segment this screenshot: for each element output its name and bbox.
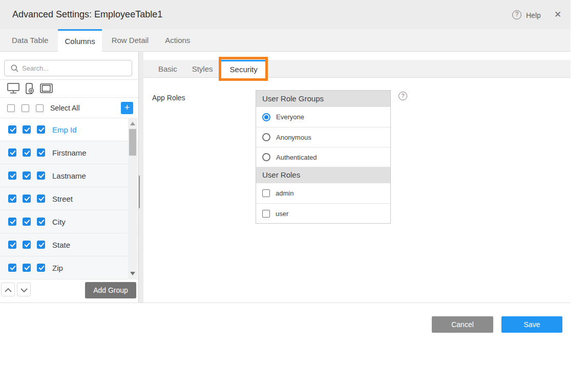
chevron-up-icon [5,285,12,294]
user-role-option-user[interactable]: user [256,203,390,223]
advanced-settings-dialog: Advanced Settings: EmployeeTable1 ? Help… [0,0,588,367]
column-label: Street [52,195,73,203]
scroll-up-arrow-icon[interactable] [130,122,135,125]
column-visibility-checkbox[interactable] [23,195,31,203]
dialog-title: Advanced Settings: EmployeeTable1 [12,0,162,29]
select-all-label: Select All [50,104,80,112]
app-roles-help-icon[interactable]: ? [398,92,407,100]
column-label: Lastname [52,171,86,180]
column-row-street[interactable]: Street [0,187,138,210]
column-row-lastname[interactable]: Lastname [0,164,138,187]
user-role-option-admin[interactable]: admin [256,183,390,203]
footer-divider [0,303,571,303]
column-visibility-checkbox[interactable] [37,264,45,272]
columns-sidebar: Select All + Emp IdFirstnameLastnameStre… [0,52,138,303]
column-label: City [52,218,66,226]
main-tab-bar: Data TableColumnsRow DetailActions [0,29,571,52]
column-visibility-checkbox[interactable] [8,171,16,180]
close-icon[interactable]: ✕ [554,10,561,20]
select-all-checkbox[interactable] [22,104,29,112]
column-visibility-checkbox[interactable] [37,125,45,134]
search-icon [11,64,18,74]
user-role-options: adminuser [256,183,390,223]
column-row-city[interactable]: City [0,210,138,233]
column-visibility-checkbox[interactable] [23,264,31,272]
user-role-checkbox[interactable] [262,210,270,218]
column-visibility-checkbox[interactable] [23,171,31,180]
user-role-option-label: admin [276,189,293,197]
tab-basic[interactable]: Basic [152,60,184,78]
column-row-emp-id[interactable]: Emp Id [0,118,138,141]
column-label: State [52,241,70,249]
column-settings-tab-bar: BasicStylesSecurity [143,60,571,78]
help-circle-icon[interactable]: ? [512,10,521,19]
move-column-up-button[interactable] [1,283,15,296]
role-group-option-label: Anonymous [276,134,311,141]
tab-data-table[interactable]: Data Table [5,29,55,52]
column-row-state[interactable]: State [0,233,138,256]
radio-button[interactable] [262,133,270,141]
add-column-button[interactable]: + [121,102,133,114]
dialog-titlebar: Advanced Settings: EmployeeTable1 ? Help… [0,0,571,29]
radio-button[interactable] [262,153,270,161]
tablet-icon[interactable] [40,83,53,94]
column-row-zip[interactable]: Zip [0,256,138,279]
user-role-option-label: user [276,210,288,218]
select-all-row: Select All + [0,98,138,118]
scroll-down-arrow-icon[interactable] [130,272,135,275]
user-roles-header: User Roles [256,167,390,183]
select-all-checkbox[interactable] [7,104,15,112]
column-visibility-checkbox[interactable] [23,148,31,157]
search-input[interactable] [22,61,129,75]
column-settings-tabs: BasicStylesSecurity [152,60,571,78]
mobile-icon[interactable] [26,83,34,95]
divider [0,79,138,80]
role-group-option-label: Everyone [276,113,304,121]
search-box [4,60,132,76]
role-group-option-anonymous[interactable]: Anonymous [256,127,390,147]
role-group-options: EveryoneAnonymousAuthenticated [256,107,390,167]
chevron-down-icon [20,285,28,294]
select-all-checkbox[interactable] [36,104,44,112]
select-all-checkboxes [7,104,44,112]
move-column-down-button[interactable] [17,283,31,296]
column-visibility-checkbox[interactable] [8,241,16,249]
desktop-icon[interactable] [7,83,20,94]
column-label: Firstname [52,148,87,157]
column-visibility-checkbox[interactable] [23,241,31,249]
column-visibility-checkbox[interactable] [37,218,45,226]
column-visibility-checkbox[interactable] [8,264,16,272]
app-roles-label: App Roles [152,94,185,102]
column-label: Zip [52,264,63,272]
column-visibility-checkbox[interactable] [37,148,45,157]
column-visibility-checkbox[interactable] [37,171,45,180]
cancel-button[interactable]: Cancel [432,316,493,333]
tab-styles[interactable]: Styles [185,60,220,78]
help-button[interactable]: Help [526,11,541,19]
splitter-drag-handle[interactable] [139,176,140,208]
column-label: Emp Id [52,125,77,134]
column-visibility-checkbox[interactable] [8,148,16,157]
tab-security[interactable]: Security [221,60,266,78]
column-visibility-checkbox[interactable] [8,125,16,134]
add-group-button[interactable]: Add Group [85,282,136,298]
column-visibility-checkbox[interactable] [8,195,16,203]
column-visibility-checkbox[interactable] [23,218,31,226]
tab-row-detail[interactable]: Row Detail [105,29,156,52]
scrollbar-thumb[interactable] [129,129,136,156]
role-group-option-everyone[interactable]: Everyone [256,107,390,127]
tab-columns[interactable]: Columns [58,29,101,52]
column-list-scrollbar[interactable] [128,118,137,279]
column-visibility-checkbox[interactable] [23,125,31,134]
radio-button[interactable] [262,113,270,121]
role-group-option-label: Authenticated [276,154,317,161]
role-group-option-authenticated[interactable]: Authenticated [256,147,390,167]
user-role-checkbox[interactable] [262,189,270,197]
main-tabs: Data TableColumnsRow DetailActions [5,29,571,52]
column-visibility-checkbox[interactable] [37,195,45,203]
column-visibility-checkbox[interactable] [8,218,16,226]
tab-actions[interactable]: Actions [158,29,197,52]
save-button[interactable]: Save [501,316,562,333]
column-visibility-checkbox[interactable] [37,241,45,249]
column-row-firstname[interactable]: Firstname [0,141,138,164]
